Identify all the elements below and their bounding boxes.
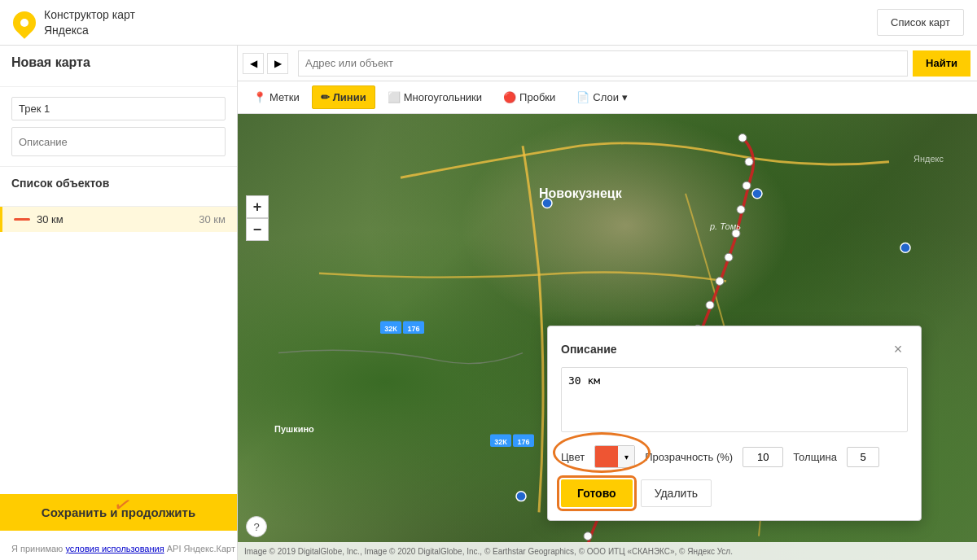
header-left: Конструктор карт Яндекса [13, 7, 135, 37]
tool-polygons[interactable]: ⬜ Многоугольники [379, 85, 491, 109]
svg-point-28 [752, 189, 762, 199]
object-distance: 30 км [199, 213, 226, 225]
map-background[interactable]: 32К 176 32К 176 р. Томь [238, 114, 977, 560]
title-line1: Конструктор карт [44, 7, 135, 22]
marker-icon: 📍 [253, 91, 266, 103]
terms-link[interactable]: условия использования [65, 544, 164, 553]
map-name: Новая карта [11, 55, 226, 70]
polygons-icon: ⬜ [388, 91, 401, 103]
svg-text:Новокузнецк: Новокузнецк [539, 186, 622, 200]
layers-arrow: ▾ [622, 91, 628, 103]
svg-text:32К: 32К [494, 438, 507, 446]
zoom-in-button[interactable]: + [246, 195, 269, 218]
yandex-logo-icon [8, 7, 41, 39]
description-input[interactable] [11, 127, 226, 156]
terms-text: Я принимаю условия использования API Янд… [11, 544, 235, 553]
tool-layers[interactable]: 📄 Слои ▾ [567, 85, 637, 109]
markers-label: Метки [269, 91, 300, 103]
map-area[interactable]: ◀ ▶ Найти 📍 Метки ✏ Линии ⬜ Многоугольни… [238, 46, 977, 560]
color-dropdown-icon: ▾ [618, 446, 634, 467]
map-attribution: Image © 2019 DigitalGlobe, Inc., Image ©… [238, 542, 977, 560]
polygons-label: Многоугольники [404, 91, 482, 103]
lines-label: Линии [333, 91, 366, 103]
main-layout: Новая карта Список объектов 30 км 30 км … [0, 46, 977, 560]
terms-prefix: Я принимаю [11, 544, 65, 553]
transparency-input[interactable] [743, 447, 783, 467]
header-title: Конструктор карт Яндекса [44, 7, 135, 37]
sidebar-objects-section: Список объектов [0, 167, 237, 207]
map-toolbar: ◀ ▶ Найти [238, 46, 977, 81]
sidebar: Новая карта Список объектов 30 км 30 км … [0, 46, 238, 560]
tool-lines[interactable]: ✏ Линии [312, 85, 375, 109]
traffic-label: Пробки [519, 91, 555, 103]
delete-button[interactable]: Удалить [641, 479, 712, 507]
svg-point-3 [737, 206, 745, 214]
map-tools: 📍 Метки ✏ Линии ⬜ Многоугольники 🔴 Пробк… [238, 81, 977, 114]
tool-traffic[interactable]: 🔴 Пробки [494, 85, 564, 109]
sidebar-map-name-section: Новая карта [0, 46, 237, 87]
dialog-textarea[interactable]: 30 км [561, 367, 908, 432]
dialog-controls: Цвет ▾ Прозрачность (%) Толщина [561, 445, 908, 468]
maps-list-button[interactable]: Список карт [877, 9, 964, 36]
header: Конструктор карт Яндекса Список карт [0, 0, 977, 46]
svg-text:Пушкино: Пушкино [274, 425, 314, 435]
zoom-controls: + − [246, 195, 269, 241]
svg-text:р. Томь: р. Томь [709, 221, 741, 231]
svg-point-2 [743, 182, 751, 190]
lines-icon: ✏ [321, 91, 330, 103]
object-label: 30 км [37, 213, 64, 225]
title-line2: Яндекса [44, 23, 135, 37]
svg-text:32К: 32К [384, 325, 397, 333]
line-icon [14, 218, 30, 221]
svg-point-0 [738, 133, 747, 142]
tool-markers[interactable]: 📍 Метки [244, 85, 309, 109]
svg-text:176: 176 [407, 325, 419, 333]
sidebar-track-section [0, 87, 237, 167]
attribution-text: Image © 2019 DigitalGlobe, Inc., Image ©… [244, 547, 733, 556]
dialog-actions: Готово Удалить [561, 479, 908, 507]
transparency-label: Прозрачность (%) [645, 451, 733, 463]
terms-suffix: API Яндекс.Карт [164, 544, 235, 553]
svg-text:Яндекс: Яндекс [913, 154, 944, 164]
svg-point-32 [516, 492, 526, 501]
zoom-out-button[interactable]: − [246, 218, 269, 241]
svg-point-29 [900, 243, 910, 253]
dialog-header: Описание × [561, 339, 908, 359]
thickness-input[interactable] [847, 447, 879, 467]
traffic-icon: 🔴 [503, 91, 516, 103]
track-name-input[interactable] [11, 97, 226, 120]
description-dialog: Описание × 30 км Цвет ▾ Прозрачность (%)… [547, 326, 922, 521]
dialog-title: Описание [561, 343, 617, 356]
color-swatch [595, 446, 618, 467]
logo-inner [20, 19, 28, 27]
search-nav: ◀ ▶ [238, 53, 293, 74]
help-button[interactable]: ? [246, 516, 267, 537]
color-label: Цвет [561, 451, 585, 463]
layers-label: Слои [593, 91, 619, 103]
svg-point-18 [584, 532, 592, 540]
svg-point-1 [745, 158, 753, 166]
svg-point-7 [706, 301, 714, 309]
object-item-0[interactable]: 30 км 30 км [0, 207, 237, 232]
object-item-left: 30 км [14, 213, 64, 225]
search-input[interactable] [298, 50, 908, 77]
save-button[interactable]: Сохранить и продолжить [0, 494, 237, 531]
nav-forward-button[interactable]: ▶ [267, 53, 288, 74]
svg-text:176: 176 [517, 438, 529, 446]
nav-back-button[interactable]: ◀ [243, 53, 264, 74]
color-picker-button[interactable]: ▾ [594, 445, 635, 468]
done-button[interactable]: Готово [561, 479, 633, 507]
svg-point-5 [725, 253, 733, 261]
thickness-label: Толщина [793, 451, 837, 463]
objects-title: Список объектов [11, 177, 226, 190]
layers-icon: 📄 [576, 91, 589, 103]
dialog-close-button[interactable]: × [888, 339, 908, 359]
find-button[interactable]: Найти [913, 50, 970, 77]
svg-point-6 [716, 278, 724, 286]
